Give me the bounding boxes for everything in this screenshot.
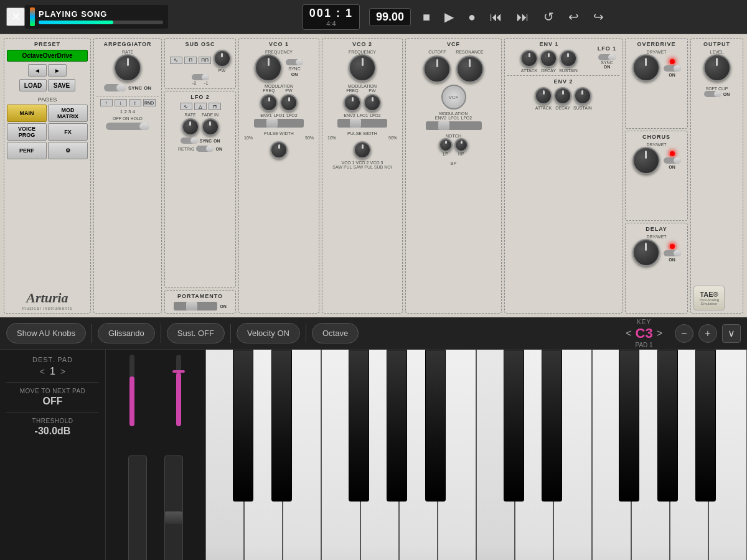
vcf-notch-lp-knob[interactable] bbox=[439, 138, 453, 152]
vco1-freq-knob[interactable] bbox=[255, 54, 282, 82]
vcf-mod-label: MODULATION bbox=[408, 111, 499, 116]
subosc-wave3[interactable]: ⊓⊓ bbox=[199, 57, 211, 64]
lfo2-wave-tri[interactable]: △ bbox=[194, 103, 207, 110]
overdrive-knob[interactable] bbox=[632, 54, 660, 82]
show-au-knobs-button[interactable]: Show AU Knobs bbox=[6, 323, 86, 343]
key-nav-right-button[interactable]: > bbox=[657, 328, 662, 339]
pitch-slider-track[interactable] bbox=[164, 455, 183, 560]
delay-toggle[interactable] bbox=[664, 250, 681, 256]
vco1-freq-mod-knob[interactable] bbox=[260, 94, 278, 111]
arp-wave-down[interactable]: ↓ bbox=[115, 99, 127, 106]
key-fs3[interactable] bbox=[349, 350, 369, 502]
lfo2-wave-sq[interactable]: ⊓ bbox=[209, 103, 221, 110]
play-button[interactable]: ▶ bbox=[442, 7, 456, 27]
lfo2-fadein-knob[interactable] bbox=[202, 118, 219, 136]
env2-attack-knob[interactable] bbox=[535, 87, 552, 105]
stop-button[interactable]: ■ bbox=[420, 7, 433, 27]
vco2-pw-knob[interactable] bbox=[354, 141, 371, 159]
preset-prev-button[interactable]: ◄ bbox=[28, 64, 47, 77]
vcf-cutoff-knob[interactable] bbox=[423, 55, 451, 83]
chorus-knob[interactable] bbox=[632, 147, 660, 174]
vco1-mod-slider[interactable] bbox=[254, 119, 304, 128]
arp-wave-rnd[interactable]: RND bbox=[143, 99, 156, 106]
output-softclip-toggle[interactable] bbox=[704, 91, 721, 97]
page-main-button[interactable]: MAIN bbox=[7, 105, 47, 122]
redo-button[interactable]: ↪ bbox=[591, 7, 606, 27]
lfo2-fadein-label: FADE IN bbox=[202, 113, 218, 117]
key-ds4[interactable] bbox=[542, 350, 562, 502]
load-button[interactable]: LOAD bbox=[19, 79, 47, 91]
vco1-sync-toggle[interactable] bbox=[286, 59, 303, 65]
page-voiceprog-button[interactable]: VOICEPROG bbox=[7, 123, 47, 141]
subosc-minus2-toggle[interactable] bbox=[192, 74, 209, 80]
save-button[interactable]: SAVE bbox=[48, 79, 75, 91]
arp-wave-up[interactable]: ↑ bbox=[100, 99, 113, 106]
overdrive-toggle[interactable] bbox=[664, 65, 681, 72]
lfo1-sync-toggle[interactable] bbox=[598, 54, 616, 60]
undo-button[interactable]: ↩ bbox=[566, 7, 581, 27]
page-settings-button[interactable]: ⚙ bbox=[48, 142, 88, 159]
page-fx-button[interactable]: FX bbox=[48, 123, 88, 141]
vcf-mod-slider[interactable] bbox=[426, 121, 482, 130]
fast-forward-button[interactable]: ⏭ bbox=[514, 7, 532, 27]
vco2-pw-mod-knob[interactable] bbox=[364, 94, 381, 111]
vcf-notch-hp-knob[interactable] bbox=[454, 138, 468, 152]
expand-button[interactable]: ∨ bbox=[722, 324, 741, 343]
delay-knob[interactable] bbox=[632, 239, 660, 266]
key-as3[interactable] bbox=[425, 350, 446, 502]
env1-sustain-knob[interactable] bbox=[560, 50, 577, 67]
env1-decay-knob[interactable] bbox=[540, 50, 557, 67]
key-cs4[interactable] bbox=[504, 350, 524, 502]
load-save-buttons: LOAD SAVE bbox=[7, 79, 88, 91]
zoom-in-button[interactable]: + bbox=[698, 324, 717, 343]
lfo2-sync-toggle[interactable] bbox=[181, 138, 198, 144]
portamento-slider[interactable] bbox=[174, 302, 217, 310]
dest-pad-next-button[interactable]: > bbox=[60, 366, 65, 376]
arp-sync-toggle[interactable] bbox=[104, 84, 126, 91]
mod-slider-track[interactable] bbox=[128, 455, 147, 560]
page-modmatrix-button[interactable]: MODMATRIX bbox=[48, 105, 88, 122]
arp-hold-toggle[interactable] bbox=[106, 123, 149, 130]
key-gs3[interactable] bbox=[387, 350, 407, 502]
rewind-button[interactable]: ⏮ bbox=[487, 7, 505, 27]
lfo2-wave-sin[interactable]: ∿ bbox=[180, 103, 192, 110]
preset-next-button[interactable]: ► bbox=[48, 64, 67, 77]
dest-pad-prev-button[interactable]: < bbox=[40, 366, 45, 376]
key-fs4[interactable] bbox=[619, 350, 639, 502]
vcf-resonance-knob[interactable] bbox=[456, 55, 484, 83]
key-cs3[interactable] bbox=[233, 350, 253, 502]
subosc-wave2[interactable]: ⊓ bbox=[184, 57, 197, 64]
loop-button[interactable]: ↺ bbox=[541, 7, 557, 27]
sust-off-button[interactable]: Sust. OFF bbox=[167, 323, 225, 343]
lfo2-rate-knob[interactable] bbox=[182, 118, 199, 136]
chorus-title: CHORUS bbox=[628, 134, 685, 140]
arp-rate-knob[interactable] bbox=[114, 54, 141, 82]
lfo2-retrig-toggle[interactable] bbox=[196, 146, 214, 152]
subosc-wave1[interactable]: ∿ bbox=[170, 57, 182, 64]
glissando-button[interactable]: Glissando bbox=[98, 323, 155, 343]
env2-decay-knob[interactable] bbox=[554, 87, 571, 105]
octave-button[interactable]: Octave bbox=[312, 323, 359, 343]
output-level-knob[interactable] bbox=[703, 54, 731, 82]
arp-wave-updown[interactable]: ↕ bbox=[129, 99, 141, 106]
close-button[interactable]: ✕ bbox=[6, 7, 25, 26]
env2-sustain-knob[interactable] bbox=[574, 87, 591, 105]
record-button[interactable]: ● bbox=[466, 7, 478, 27]
vco2-freq-knob[interactable] bbox=[349, 54, 376, 82]
key-nav-left-button[interactable]: < bbox=[626, 328, 631, 339]
subosc-pw-knob[interactable] bbox=[214, 50, 231, 67]
key-as4[interactable] bbox=[695, 350, 716, 502]
pitch-slider-thumb[interactable] bbox=[165, 511, 182, 524]
vco2-freq-mod-knob[interactable] bbox=[344, 94, 361, 111]
vco2-mod-slider[interactable] bbox=[337, 119, 387, 128]
env1-attack-knob[interactable] bbox=[520, 50, 538, 67]
preset-name[interactable]: OctaveOverDrive bbox=[7, 50, 88, 62]
chorus-toggle[interactable] bbox=[664, 157, 681, 164]
velocity-on-button[interactable]: Velocity ON bbox=[237, 323, 300, 343]
vco1-pw-knob[interactable] bbox=[270, 141, 288, 159]
zoom-out-button[interactable]: − bbox=[675, 324, 693, 343]
page-perf-button[interactable]: PERF bbox=[7, 142, 47, 159]
key-gs4[interactable] bbox=[657, 350, 678, 502]
vco1-pw-mod-knob[interactable] bbox=[280, 94, 298, 111]
key-ds3[interactable] bbox=[271, 350, 292, 502]
